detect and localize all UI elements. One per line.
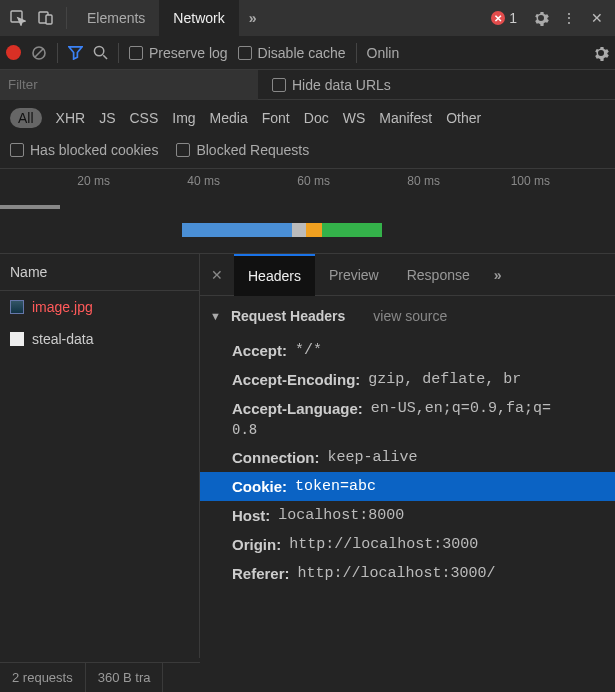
- record-button[interactable]: [6, 45, 21, 60]
- svg-point-4: [94, 46, 103, 55]
- inspect-icon[interactable]: [4, 4, 32, 32]
- more-tabs-icon[interactable]: »: [239, 4, 267, 32]
- network-settings-icon[interactable]: [593, 45, 609, 61]
- section-title: Request Headers: [231, 308, 345, 324]
- type-img[interactable]: Img: [172, 110, 195, 126]
- disable-cache-checkbox[interactable]: Disable cache: [238, 45, 346, 61]
- request-row-image[interactable]: image.jpg: [0, 291, 199, 323]
- hide-data-urls-checkbox[interactable]: Hide data URLs: [272, 77, 391, 93]
- timeline-bars: [0, 193, 615, 253]
- request-name: steal-data: [32, 331, 93, 347]
- close-details-icon[interactable]: ✕: [200, 267, 234, 283]
- has-blocked-cookies-checkbox[interactable]: Has blocked cookies: [10, 142, 158, 158]
- type-xhr[interactable]: XHR: [56, 110, 86, 126]
- tab-network[interactable]: Network: [159, 0, 238, 36]
- kebab-icon[interactable]: ⋮: [555, 4, 583, 32]
- error-badge[interactable]: ✕1: [491, 10, 517, 26]
- header-accept-language[interactable]: Accept-Language:en-US,en;q=0.9,fa;q=: [200, 394, 615, 423]
- request-list: Name image.jpg steal-data: [0, 254, 200, 658]
- view-source-link[interactable]: view source: [373, 308, 447, 324]
- document-file-icon: [10, 332, 24, 346]
- filter-icon[interactable]: [68, 45, 83, 60]
- header-origin[interactable]: Origin:http://localhost:3000: [200, 530, 615, 559]
- type-filters: All XHR JS CSS Img Media Font Doc WS Man…: [0, 100, 615, 136]
- type-js[interactable]: JS: [99, 110, 115, 126]
- status-requests: 2 requests: [0, 663, 86, 692]
- disclosure-triangle-icon: ▼: [210, 310, 221, 322]
- timeline[interactable]: 20 ms 40 ms 60 ms 80 ms 100 ms: [0, 169, 615, 254]
- type-ws[interactable]: WS: [343, 110, 366, 126]
- details-tabs: ✕ Headers Preview Response »: [200, 254, 615, 296]
- request-name: image.jpg: [32, 299, 93, 315]
- type-css[interactable]: CSS: [129, 110, 158, 126]
- type-other[interactable]: Other: [446, 110, 481, 126]
- header-cookie[interactable]: Cookie:token=abc: [200, 472, 615, 501]
- tab-elements[interactable]: Elements: [73, 0, 159, 36]
- status-transferred: 360 B tra: [86, 663, 164, 692]
- search-icon[interactable]: [93, 45, 108, 60]
- error-count: 1: [509, 10, 517, 26]
- type-manifest[interactable]: Manifest: [379, 110, 432, 126]
- split-panes: Name image.jpg steal-data ✕ Headers Prev…: [0, 254, 615, 658]
- header-accept[interactable]: Accept:*/*: [200, 336, 615, 365]
- throttle-select[interactable]: Onlin: [367, 45, 407, 61]
- more-detail-tabs-icon[interactable]: »: [484, 254, 512, 296]
- tab-headers[interactable]: Headers: [234, 254, 315, 296]
- time-ruler: 20 ms 40 ms 60 ms 80 ms 100 ms: [0, 169, 615, 193]
- block-filters: Has blocked cookies Blocked Requests: [0, 136, 615, 169]
- image-file-icon: [10, 300, 24, 314]
- type-doc[interactable]: Doc: [304, 110, 329, 126]
- preserve-log-checkbox[interactable]: Preserve log: [129, 45, 228, 61]
- blocked-requests-checkbox[interactable]: Blocked Requests: [176, 142, 309, 158]
- network-toolbar: Preserve log Disable cache Onlin: [0, 36, 615, 70]
- request-row-steal[interactable]: steal-data: [0, 323, 199, 355]
- tab-response[interactable]: Response: [393, 254, 484, 296]
- type-font[interactable]: Font: [262, 110, 290, 126]
- filter-input[interactable]: [0, 70, 258, 100]
- type-all[interactable]: All: [10, 108, 42, 128]
- filter-bar: Hide data URLs: [0, 70, 615, 100]
- header-referer[interactable]: Referer:http://localhost:3000/: [200, 559, 615, 588]
- svg-rect-2: [46, 15, 52, 24]
- header-accept-encoding[interactable]: Accept-Encoding:gzip, deflate, br: [200, 365, 615, 394]
- gear-icon[interactable]: [527, 4, 555, 32]
- name-column-header[interactable]: Name: [0, 254, 199, 291]
- type-media[interactable]: Media: [210, 110, 248, 126]
- status-bar: 2 requests 360 B tra: [0, 662, 200, 692]
- clear-icon[interactable]: [31, 45, 47, 61]
- header-connection[interactable]: Connection:keep-alive: [200, 443, 615, 472]
- details-pane: ✕ Headers Preview Response » ▼ Request H…: [200, 254, 615, 658]
- tab-preview[interactable]: Preview: [315, 254, 393, 296]
- device-toggle-icon[interactable]: [32, 4, 60, 32]
- devtools-topbar: Elements Network » ✕1 ⋮ ✕: [0, 0, 615, 36]
- header-host[interactable]: Host:localhost:8000: [200, 501, 615, 530]
- header-accept-language-cont: 0.8: [200, 421, 615, 437]
- close-icon[interactable]: ✕: [583, 4, 611, 32]
- request-headers-section[interactable]: ▼ Request Headers view source: [200, 296, 615, 336]
